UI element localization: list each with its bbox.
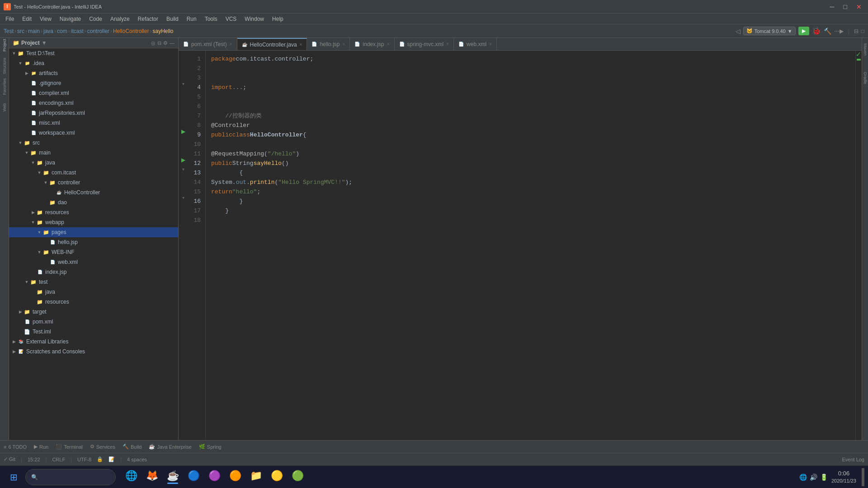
right-panel-maven[interactable]: Maven xyxy=(862,40,868,59)
run-button[interactable]: ▶ xyxy=(798,27,809,35)
tree-arrow-icon[interactable]: ▶ xyxy=(11,339,17,344)
tree-item[interactable]: ▼📁main xyxy=(9,148,178,158)
taskbar-app-4[interactable]: 🟣 xyxy=(204,467,224,487)
status-encoding[interactable]: UTF-8 xyxy=(77,457,91,462)
tree-arrow-icon[interactable]: ▼ xyxy=(17,141,24,145)
bottom-tool-services[interactable]: ⚙Services xyxy=(90,444,115,450)
bottom-tool-spring[interactable]: 🌿Spring xyxy=(199,444,222,450)
run-gutter-icon[interactable]: ▶ xyxy=(181,157,185,163)
tree-item[interactable]: 📄index.jsp xyxy=(9,267,178,277)
tree-item[interactable]: ▶📝Scratches and Consoles xyxy=(9,347,178,357)
tree-item[interactable]: ▼📁Test D:\Test xyxy=(9,48,178,58)
taskbar-app-2[interactable]: ☕ xyxy=(163,467,183,487)
tree-item[interactable]: ☕HelloController xyxy=(9,188,178,197)
breadcrumb-sayhello[interactable]: sayHello xyxy=(152,28,173,34)
bottom-tool-build[interactable]: 🔨Build xyxy=(123,444,142,450)
project-tool-settings[interactable]: ⚙ xyxy=(163,40,168,46)
tab-close-button[interactable]: × xyxy=(446,42,449,47)
tab-close-button[interactable]: × xyxy=(387,42,390,47)
tree-item[interactable]: 📄workspace.xml xyxy=(9,128,178,138)
menu-item-file[interactable]: File xyxy=(2,15,18,23)
taskbar-app-0[interactable]: 🌐 xyxy=(121,467,141,487)
tree-arrow-icon[interactable]: ▶ xyxy=(24,71,30,75)
bottom-tool-java-enterprise[interactable]: ☕Java Enterprise xyxy=(149,444,191,450)
tree-arrow-icon[interactable]: ▼ xyxy=(36,250,42,254)
project-tool-hide[interactable]: — xyxy=(170,40,175,46)
breadcrumb-controller[interactable]: controller xyxy=(87,28,109,34)
more-run-options[interactable]: ⋯▶ xyxy=(834,28,844,34)
tree-item[interactable]: ▼📁webapp xyxy=(9,217,178,227)
status-line-sep[interactable]: CRLF xyxy=(52,457,65,462)
project-tool-locate[interactable]: ◎ xyxy=(151,40,156,46)
project-tool-collapse[interactable]: ⊟ xyxy=(157,40,161,46)
bottom-tool-run[interactable]: ▶Run xyxy=(34,444,48,450)
right-panel-gradle[interactable]: Gradle xyxy=(862,68,868,88)
minimize-button[interactable]: ─ xyxy=(827,2,837,11)
tree-arrow-icon[interactable]: ▼ xyxy=(36,230,42,235)
tree-item[interactable]: 📄jarRepositories.xml xyxy=(9,108,178,118)
menu-item-code[interactable]: Code xyxy=(85,15,106,23)
tree-item[interactable]: 📄web.xml xyxy=(9,257,178,267)
show-desktop-button[interactable] xyxy=(862,468,864,486)
tree-item[interactable]: 📁dao xyxy=(9,197,178,207)
toolbar-icon-2[interactable]: □ xyxy=(861,28,864,34)
tree-arrow-icon[interactable]: ▼ xyxy=(30,220,36,225)
taskbar-app-1[interactable]: 🦊 xyxy=(142,467,162,487)
tree-item[interactable]: ▼📁controller xyxy=(9,178,178,188)
tree-item[interactable]: ▼📁pages xyxy=(9,227,178,237)
tree-arrow-icon[interactable]: ▼ xyxy=(36,170,42,175)
breadcrumb-com[interactable]: com xyxy=(57,28,67,34)
tomcat-selector[interactable]: 🐱 Tomcat 9.0.40 ▼ xyxy=(743,27,796,35)
editor-tab[interactable]: 📄pom.xml (Test)× xyxy=(179,38,237,51)
menu-item-run[interactable]: Run xyxy=(183,15,200,23)
menu-item-tools[interactable]: Tools xyxy=(201,15,221,23)
tree-item[interactable]: 📁java xyxy=(9,287,178,297)
tree-item[interactable]: 📄pom.xml xyxy=(9,317,178,327)
breadcrumb-test[interactable]: Test xyxy=(4,28,14,34)
taskbar-app-5[interactable]: 🟠 xyxy=(225,467,245,487)
tree-item[interactable]: ▼📁java xyxy=(9,158,178,168)
editor-tab[interactable]: 📄index.jsp× xyxy=(350,38,394,51)
tab-close-button[interactable]: × xyxy=(342,42,345,47)
title-bar-right[interactable]: ─ □ ✕ xyxy=(827,2,864,11)
menu-item-navigate[interactable]: Navigate xyxy=(56,15,85,23)
build-button[interactable]: 🔨 xyxy=(824,28,831,35)
activity-project[interactable]: Project xyxy=(0,40,9,51)
tree-item[interactable]: ▼📁test xyxy=(9,277,178,287)
tree-item[interactable]: ▶📁target xyxy=(9,307,178,317)
status-event-log[interactable]: Event Log xyxy=(842,457,864,462)
breadcrumb-hellocontroller[interactable]: HelloController xyxy=(113,28,149,34)
editor-tab[interactable]: 📄hello.jsp× xyxy=(307,38,350,51)
tree-item[interactable]: ▼📁src xyxy=(9,138,178,148)
tree-item[interactable]: ▼📁WEB-INF xyxy=(9,247,178,257)
menu-item-view[interactable]: View xyxy=(36,15,55,23)
status-vcs-icon[interactable]: ✓ Git xyxy=(4,456,15,462)
tree-item[interactable]: 📄misc.xml xyxy=(9,118,178,128)
nav-back-icon[interactable]: ◁ xyxy=(736,28,741,35)
tree-arrow-icon[interactable]: ▼ xyxy=(30,160,36,165)
fold-icon[interactable]: ▾ xyxy=(182,195,184,200)
menu-item-analyze[interactable]: Analyze xyxy=(107,15,133,23)
tree-item[interactable]: ▶📁resources xyxy=(9,207,178,217)
status-indent[interactable]: 4 spaces xyxy=(127,457,147,462)
tree-item[interactable]: ▼📁com.itcast xyxy=(9,168,178,178)
editor-tab[interactable]: ☕HelloController.java× xyxy=(237,38,307,51)
code-area[interactable]: package com.itcast.controller;import ...… xyxy=(206,51,855,440)
restore-button[interactable]: □ xyxy=(841,2,850,11)
tree-item[interactable]: 📄compiler.xml xyxy=(9,88,178,98)
tree-arrow-icon[interactable]: ▼ xyxy=(24,150,30,155)
tree-arrow-icon[interactable]: ▶ xyxy=(30,210,36,215)
fold-icon[interactable]: ▾ xyxy=(182,167,184,172)
menu-item-vcs[interactable]: VCS xyxy=(222,15,241,23)
tree-item[interactable]: 📁resources xyxy=(9,297,178,307)
bottom-tool-terminal[interactable]: ⬛Terminal xyxy=(56,444,83,450)
tree-arrow-icon[interactable]: ▼ xyxy=(11,51,17,56)
activity-web[interactable]: Web xyxy=(0,102,9,113)
tree-item[interactable]: 📄.gitignore xyxy=(9,78,178,88)
taskbar-app-7[interactable]: 🟡 xyxy=(267,467,287,487)
toolbar-icon-1[interactable]: ⊟ xyxy=(854,28,859,34)
breadcrumb-java[interactable]: java xyxy=(43,28,53,34)
taskbar-app-3[interactable]: 🔵 xyxy=(184,467,203,487)
fold-icon[interactable]: ▾ xyxy=(182,81,184,86)
taskbar-app-8[interactable]: 🟢 xyxy=(288,467,307,487)
